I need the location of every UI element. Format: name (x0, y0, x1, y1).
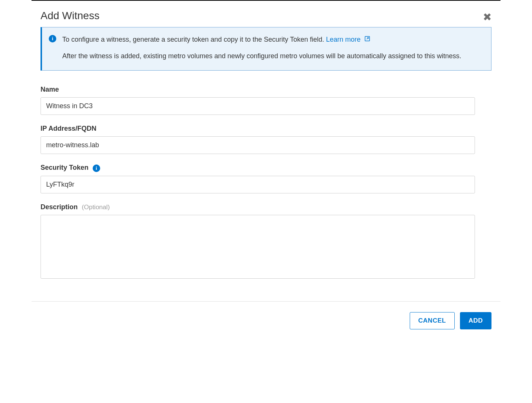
close-button[interactable]: ✖ (483, 12, 491, 23)
token-label-text: Security Token (41, 164, 89, 171)
ip-input[interactable] (41, 136, 475, 154)
learn-more-text: Learn more (326, 36, 361, 43)
token-info-icon[interactable]: i (93, 165, 100, 172)
form-body: Name IP Address/FQDN Security Token i De… (32, 86, 500, 301)
token-input[interactable] (41, 176, 475, 193)
name-input[interactable] (41, 97, 475, 115)
close-icon: ✖ (483, 11, 491, 23)
ip-field: IP Address/FQDN (41, 125, 491, 154)
info-banner: i To configure a witness, generate a sec… (41, 27, 491, 71)
name-field: Name (41, 86, 491, 115)
add-witness-dialog: Add Witness ✖ i To configure a witness, … (32, 0, 500, 338)
optional-text: (Optional) (82, 204, 110, 211)
dialog-header: Add Witness ✖ (32, 1, 500, 27)
cancel-button[interactable]: CANCEL (410, 312, 455, 329)
dialog-title: Add Witness (41, 10, 99, 22)
info-icon: i (49, 35, 56, 42)
info-line-2: After the witness is added, existing met… (62, 51, 461, 62)
description-label: Description (Optional) (41, 203, 491, 211)
learn-more-link[interactable]: Learn more (326, 36, 371, 43)
name-label: Name (41, 86, 491, 94)
ip-label: IP Address/FQDN (41, 125, 491, 133)
external-link-icon (364, 35, 371, 45)
add-button[interactable]: ADD (460, 312, 491, 329)
token-field: Security Token i (41, 164, 491, 193)
info-line-1: To configure a witness, generate a secur… (62, 34, 461, 45)
info-text: To configure a witness, generate a secur… (62, 34, 461, 61)
description-label-text: Description (41, 203, 78, 211)
token-label: Security Token i (41, 164, 491, 172)
info-line1-text: To configure a witness, generate a secur… (62, 36, 326, 43)
description-input[interactable] (41, 215, 475, 279)
dialog-footer: CANCEL ADD (32, 302, 500, 338)
description-field: Description (Optional) (41, 203, 491, 280)
